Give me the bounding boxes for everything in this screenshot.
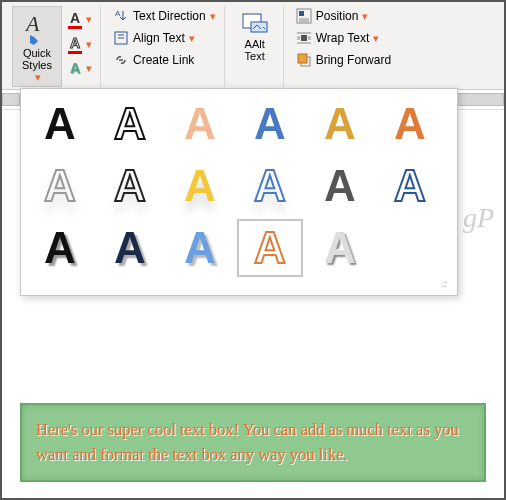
ribbon-toolbar: A Quick Styles ▾ A ▾ A ▾ A ▾ [2, 2, 504, 90]
alt-text-label: AAltText [245, 38, 265, 62]
svg-text:A: A [24, 11, 40, 36]
textbox-content: Here's our super cool text box! You can … [36, 420, 459, 465]
text-effects-button[interactable]: A ▾ [64, 58, 94, 78]
position-label: Position [316, 9, 359, 23]
style-outline-blue-reflect[interactable]: A [237, 157, 303, 215]
alt-text-icon [241, 10, 269, 36]
style-outline-darkblue[interactable]: A [377, 157, 443, 215]
svg-rect-6 [299, 11, 304, 16]
text-fill-icon: A [68, 10, 82, 29]
text-direction-icon: A [113, 8, 129, 24]
wrap-text-label: Wrap Text [316, 31, 370, 45]
quick-styles-label: Quick Styles [15, 47, 59, 71]
bring-forward-icon [296, 52, 312, 68]
style-fill-orange[interactable]: A [377, 95, 443, 153]
chevron-down-icon: ▾ [86, 13, 90, 26]
align-text-button[interactable]: Align Text ▾ [109, 28, 218, 48]
svg-rect-7 [301, 35, 307, 41]
style-outline-orange[interactable]: A [237, 219, 303, 277]
text-effects-icon: A [68, 60, 82, 76]
chevron-down-icon: ▾ [210, 10, 214, 23]
text-outline-icon: A [68, 35, 82, 54]
alt-text-button[interactable]: AAltText [233, 6, 277, 62]
create-link-label: Create Link [133, 53, 194, 67]
chevron-down-icon: ▾ [86, 62, 90, 75]
quick-styles-icon: A [22, 11, 52, 45]
sample-textbox[interactable]: Here's our super cool text box! You can … [20, 403, 486, 482]
arrange-group: Position ▾ Wrap Text ▾ Bring Forward [286, 6, 401, 87]
style-shadow-black[interactable]: A [27, 219, 93, 277]
style-plain-black[interactable]: A [27, 95, 93, 153]
watermark-text: gP [463, 202, 494, 234]
style-bevel-gray[interactable]: A [307, 219, 373, 277]
style-outline-gray-reflect[interactable]: A [27, 157, 93, 215]
chevron-down-icon: ▾ [373, 32, 377, 45]
style-fill-yellow-reflect[interactable]: A [167, 157, 233, 215]
gallery-expand-handle[interactable]: .: [27, 277, 451, 289]
text-outline-button[interactable]: A ▾ [64, 33, 94, 56]
quick-styles-button[interactable]: A Quick Styles ▾ [12, 6, 62, 87]
wrap-text-icon [296, 30, 312, 46]
quick-styles-gallery: A A A A A A A A A A A A A A A A A .: [20, 88, 458, 296]
style-fill-darkgray[interactable]: A [307, 157, 373, 215]
link-icon [113, 52, 129, 68]
align-text-label: Align Text [133, 31, 185, 45]
chevron-down-icon: ▾ [362, 10, 366, 23]
chevron-down-icon: ▾ [189, 32, 193, 45]
style-fill-blue[interactable]: A [237, 95, 303, 153]
style-shadow-darkblue[interactable]: A [97, 219, 163, 277]
style-outline-black[interactable]: A [97, 95, 163, 153]
style-outline-black-reflect[interactable]: A [97, 157, 163, 215]
wordart-styles-group: A Quick Styles ▾ A ▾ A ▾ A ▾ [6, 6, 101, 87]
position-button[interactable]: Position ▾ [292, 6, 395, 26]
wrap-text-button[interactable]: Wrap Text ▾ [292, 28, 395, 48]
style-fill-peach[interactable]: A [167, 95, 233, 153]
text-fill-button[interactable]: A ▾ [64, 8, 94, 31]
svg-rect-9 [298, 54, 307, 63]
chevron-down-icon: ▾ [35, 71, 39, 84]
create-link-button[interactable]: Create Link [109, 50, 218, 70]
bring-forward-label: Bring Forward [316, 53, 391, 67]
position-icon [296, 8, 312, 24]
text-direction-button[interactable]: A Text Direction ▾ [109, 6, 218, 26]
text-direction-label: Text Direction [133, 9, 206, 23]
align-text-icon [113, 30, 129, 46]
style-shadow-skyblue[interactable]: A [167, 219, 233, 277]
svg-text:A: A [115, 9, 121, 18]
bring-forward-button[interactable]: Bring Forward [292, 50, 395, 70]
style-fill-gold[interactable]: A [307, 95, 373, 153]
accessibility-group: AAltText [227, 6, 284, 87]
text-group: A Text Direction ▾ Align Text ▾ Create L… [103, 6, 225, 87]
chevron-down-icon: ▾ [86, 38, 90, 51]
